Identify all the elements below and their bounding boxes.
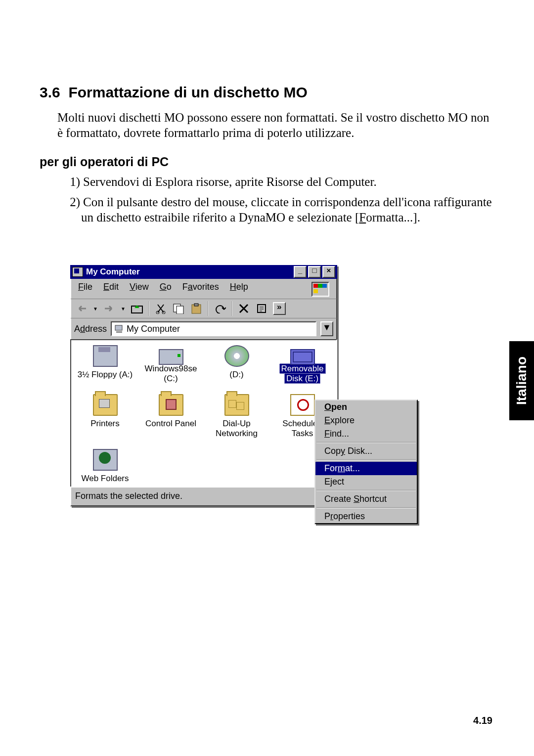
icon-label: Windows98se (C:) <box>139 364 203 383</box>
subsection-heading: per gli operatori di PC <box>40 155 494 169</box>
icon-label: Control Panel <box>145 419 196 429</box>
icon-area[interactable]: 3½ Floppy (A:) Windows98se (C:) (D:) Rem… <box>70 339 337 487</box>
menu-properties[interactable]: Properties <box>315 510 417 523</box>
web-folders-icon <box>93 449 118 471</box>
window-title: My Computer <box>86 267 294 277</box>
up-button[interactable] <box>131 302 143 315</box>
delete-button[interactable] <box>237 302 250 315</box>
floppy-icon <box>93 345 118 367</box>
address-value: My Computer <box>127 324 180 334</box>
close-button[interactable]: × <box>322 266 335 278</box>
menu-open[interactable]: Open <box>315 400 417 414</box>
icon-label: (D:) <box>229 370 243 380</box>
drive-floppy-a[interactable]: 3½ Floppy (A:) <box>72 343 138 385</box>
menu-favorites[interactable]: Favorites <box>182 282 219 297</box>
removable-disk-icon <box>290 349 315 365</box>
folder-printers[interactable]: Printers <box>72 392 138 440</box>
copy-button[interactable] <box>172 302 185 315</box>
mycomputer-window: My Computer _ □ × File Edit View Go Favo… <box>70 265 337 506</box>
icon-label-line2: Networking <box>216 429 258 438</box>
paste-button[interactable] <box>190 302 203 315</box>
hdd-icon <box>159 349 183 365</box>
icon-label: 3½ Floppy (A:) <box>78 370 133 380</box>
step-2-underline: F <box>359 211 366 224</box>
step-2-text-a: Con il pulsante destro del mouse, clicca… <box>81 195 492 224</box>
document-page: 3.6 Formattazione di un dischetto MO Mol… <box>0 0 534 225</box>
menu-explore[interactable]: Explore <box>315 414 417 427</box>
drive-hdd-c[interactable]: Windows98se (C:) <box>138 343 204 385</box>
mycomputer-icon <box>115 325 124 333</box>
icon-label-line1: Removable <box>279 363 326 374</box>
menu-separator <box>316 490 416 491</box>
system-menu-icon[interactable] <box>72 267 83 277</box>
language-tab: Italiano <box>509 341 534 420</box>
cd-icon <box>224 345 249 367</box>
step-number: 2) <box>63 194 83 210</box>
minimize-button[interactable]: _ <box>294 266 307 278</box>
menubar: File Edit View Go Favorites Help <box>70 279 337 299</box>
menu-find[interactable]: Find... <box>315 427 417 441</box>
step-1-text: Servendovi di Esplora risorse, aprite Ri… <box>83 175 377 188</box>
section-title: Formattazione di un dischetto MO <box>68 84 307 100</box>
control-panel-icon <box>159 394 183 416</box>
forward-button[interactable] <box>103 302 116 315</box>
svg-rect-7 <box>258 305 266 312</box>
address-dropdown-button[interactable]: ▼ <box>320 321 333 336</box>
toolbar-separator <box>231 301 232 316</box>
back-button[interactable] <box>75 302 88 315</box>
menu-create-shortcut[interactable]: Create Shortcut <box>315 492 417 506</box>
step-number: 1) <box>63 174 83 189</box>
icon-label-line1: Dial-Up <box>222 419 251 428</box>
menu-view[interactable]: View <box>130 282 149 297</box>
menu-copy-disk[interactable]: Copy Disk... <box>315 445 417 458</box>
section-heading: 3.6 Formattazione di un dischetto MO <box>40 84 494 101</box>
back-dropdown[interactable]: ▼ <box>93 306 98 311</box>
toolbar-separator <box>148 301 149 316</box>
folder-web-folders[interactable]: Web Folders <box>72 447 138 486</box>
cut-button[interactable] <box>154 302 167 315</box>
toolbar: ▼ ▼ <box>70 299 337 318</box>
address-field[interactable]: My Computer <box>111 321 316 336</box>
page-number: 4.19 <box>473 715 492 726</box>
menu-separator <box>316 442 416 443</box>
printers-icon <box>93 394 118 416</box>
menu-help[interactable]: Help <box>230 282 248 297</box>
step-1: 1)Servendovi di Esplora risorse, aprite … <box>63 174 494 189</box>
step-2: 2)Con il pulsante destro del mouse, clic… <box>63 194 494 225</box>
windows-flag-icon <box>312 282 329 297</box>
icon-label-line2: Tasks <box>292 429 313 438</box>
forward-dropdown[interactable]: ▼ <box>121 306 126 311</box>
menu-go[interactable]: Go <box>160 282 172 297</box>
menu-separator <box>316 507 416 508</box>
svg-rect-8 <box>115 325 122 330</box>
svg-rect-4 <box>177 306 183 314</box>
toolbar-overflow-button[interactable]: » <box>273 302 286 315</box>
titlebar[interactable]: My Computer _ □ × <box>70 265 337 279</box>
toolbar-separator <box>208 301 209 316</box>
undo-button[interactable] <box>214 302 226 315</box>
icon-label: Web Folders <box>81 474 129 484</box>
intro-paragraph: Molti nuovi dischetti MO possono essere … <box>57 110 494 141</box>
menu-edit[interactable]: Edit <box>103 282 119 297</box>
address-bar: Address My Computer ▼ <box>70 318 337 339</box>
folder-dialup[interactable]: Dial-Up Networking <box>204 392 269 440</box>
menu-eject[interactable]: Eject <box>315 475 417 489</box>
svg-rect-6 <box>194 304 198 306</box>
menu-format[interactable]: Format... <box>315 462 417 475</box>
context-menu: Open Explore Find... Copy Disk... Format… <box>314 400 418 524</box>
drive-removable-e[interactable]: Removable Disk (E:) <box>269 343 335 385</box>
svg-rect-9 <box>116 331 122 333</box>
address-label: Address <box>74 324 107 334</box>
scheduled-tasks-icon <box>290 394 315 416</box>
drive-cd-d[interactable]: (D:) <box>204 343 269 385</box>
menu-separator <box>316 459 416 460</box>
menu-file[interactable]: File <box>78 282 92 297</box>
icon-label: Printers <box>90 419 120 429</box>
section-number: 3.6 <box>40 84 60 100</box>
properties-button[interactable] <box>255 302 268 315</box>
step-2-text-b: ormatta...]. <box>366 211 420 224</box>
status-bar: Formats the selected drive. <box>70 487 337 506</box>
folder-control-panel[interactable]: Control Panel <box>138 392 204 440</box>
maximize-button[interactable]: □ <box>308 266 321 278</box>
dialup-icon <box>224 394 249 416</box>
